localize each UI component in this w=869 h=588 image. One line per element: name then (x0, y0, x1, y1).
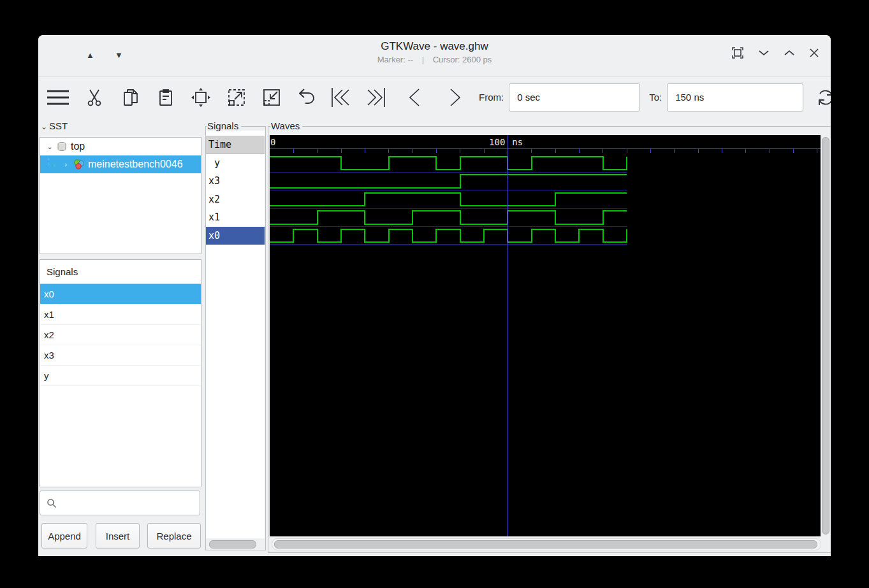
signal-browser: Signals x0 x1 x2 x3 y (40, 259, 201, 487)
window-title: GTKWave - wave.ghw (38, 40, 831, 53)
signal-name-x1[interactable]: x1 (206, 208, 265, 226)
insert-button[interactable]: Insert (96, 523, 140, 549)
tree-node-top[interactable]: ⌄ top (40, 138, 201, 155)
zoom-out-icon[interactable] (257, 83, 286, 112)
to-input[interactable] (667, 83, 803, 111)
gtkwave-window: ▲ ▼ GTKWave - wave.ghw Marker: -- | Curs… (38, 35, 831, 556)
reload-icon[interactable] (811, 83, 831, 112)
zoom-in-icon[interactable] (222, 83, 251, 112)
waves-frame-label: Waves (270, 120, 302, 131)
list-item[interactable]: x2 (40, 325, 201, 345)
titlebar: ▲ ▼ GTKWave - wave.ghw Marker: -- | Curs… (38, 35, 831, 77)
chevron-up-icon[interactable] (784, 49, 795, 57)
signal-browser-header: Signals (40, 260, 201, 284)
search-icon (47, 498, 57, 508)
expander-down-icon[interactable]: ⌄ (45, 143, 54, 151)
list-item[interactable]: y (40, 366, 201, 386)
status-separator: | (422, 55, 424, 64)
cursor-status: Cursor: 2600 ps (433, 55, 492, 64)
chevron-down-icon[interactable] (758, 49, 770, 57)
sst-tree: ⌄ top › meinetestbench0046 (40, 137, 201, 254)
svg-text:ns: ns (512, 137, 523, 147)
sst-pane-title: SST (49, 120, 68, 131)
from-label: From: (479, 92, 504, 103)
module-icon (57, 141, 67, 152)
sst-collapse-icon[interactable]: ⌄ (41, 122, 47, 131)
expander-right-icon[interactable]: › (61, 161, 70, 168)
time-column-header[interactable]: Time (206, 136, 265, 154)
signal-search-field[interactable] (40, 491, 200, 515)
list-item[interactable]: x3 (40, 345, 201, 366)
append-button[interactable]: Append (41, 523, 87, 549)
menu-icon[interactable] (43, 83, 73, 112)
zoom-fit-icon[interactable] (186, 83, 215, 112)
close-icon[interactable] (809, 48, 819, 58)
cut-icon[interactable] (80, 83, 109, 112)
waves-vscrollbar[interactable] (822, 137, 829, 534)
list-item[interactable]: x0 (40, 284, 201, 305)
tree-node-testbench[interactable]: › meinetestbench0046 (40, 155, 201, 173)
tree-guide-line (48, 157, 56, 166)
svg-text:100: 100 (489, 137, 505, 147)
to-label: To: (649, 92, 662, 103)
next-edge-icon[interactable] (441, 83, 470, 112)
go-to-end-icon[interactable] (361, 83, 391, 112)
signal-name-y[interactable]: y (206, 154, 265, 172)
sst-pane-header[interactable]: ⌄SST (41, 120, 68, 131)
status-line: Marker: -- | Cursor: 2600 ps (38, 55, 831, 64)
copy-icon[interactable] (116, 83, 145, 112)
from-input[interactable] (509, 83, 640, 111)
prev-edge-icon[interactable] (400, 83, 429, 112)
paste-icon[interactable] (151, 83, 180, 112)
entity-icon (73, 159, 85, 170)
list-item[interactable]: x1 (40, 305, 201, 325)
signal-name-x2[interactable]: x2 (206, 190, 265, 208)
signals-frame-label: Signals (207, 120, 241, 131)
signal-name-x0[interactable]: x0 (206, 227, 265, 245)
tree-node-label: top (71, 141, 85, 152)
svg-text:0: 0 (270, 137, 275, 147)
undo-icon[interactable] (291, 83, 321, 112)
signal-name-x3[interactable]: x3 (206, 172, 265, 190)
tree-node-label: meinetestbench0046 (88, 159, 183, 170)
toolbar: From: To: (38, 76, 831, 118)
waves-hscrollbar[interactable] (272, 538, 821, 550)
marker-status: Marker: -- (377, 55, 413, 64)
maximize-icon[interactable] (731, 47, 744, 59)
replace-button[interactable]: Replace (147, 523, 201, 549)
names-hscrollbar[interactable] (209, 540, 256, 549)
waveform-canvas[interactable]: 0100ns (270, 135, 821, 536)
go-to-start-icon[interactable] (326, 83, 355, 112)
